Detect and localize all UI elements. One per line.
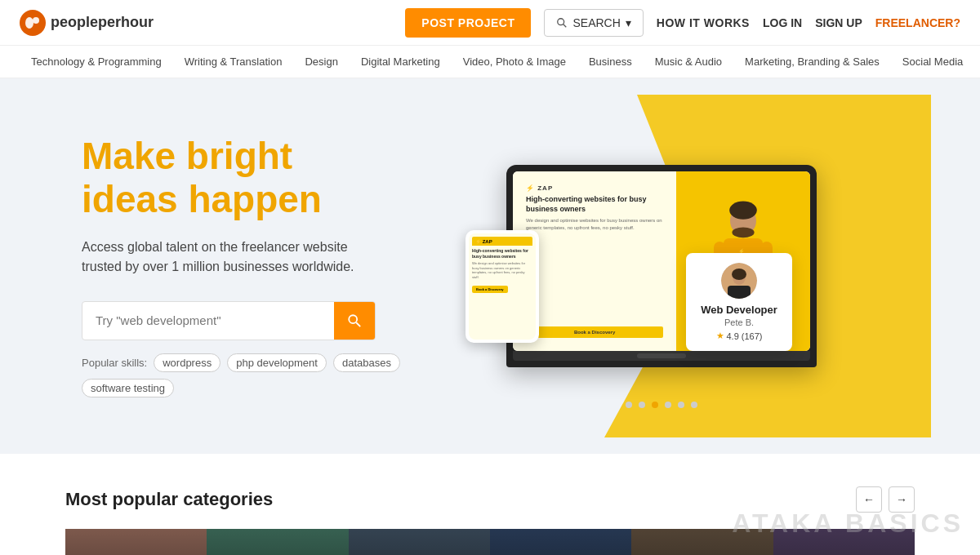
hero-search-input[interactable] [82,302,334,339]
hero-search-submit[interactable] [334,302,375,340]
nav-item[interactable]: Technology & Programming [20,46,173,78]
svg-point-3 [558,18,564,24]
categories-section: Most popular categories ← → Engage your … [0,454,980,555]
signup-link[interactable]: SIGN UP [815,16,862,29]
laptop-headline: High-converting websites for busy busine… [526,195,663,214]
logo-icon [20,10,46,36]
login-link[interactable]: LOG IN [763,16,802,29]
svg-rect-20 [728,286,751,299]
laptop-illustration: ⚡ ZAP High-converting websites for busy … [506,165,817,367]
nav-item[interactable]: Business [577,46,644,78]
hero-left: Make bright ideas happen Access global t… [82,135,425,397]
carousel-dot[interactable] [639,402,645,408]
popular-label: Popular skills: [82,357,147,369]
skill-tag[interactable]: software testing [82,379,174,397]
skill-tag[interactable]: databases [333,353,400,372]
laptop-cta: Book a Discovery [526,326,663,338]
nav-bar: Technology & ProgrammingWriting & Transl… [0,46,980,78]
search-label: SEARCH [572,16,620,29]
svg-point-5 [349,315,357,323]
svg-point-19 [732,269,746,280]
search-chevron: ▾ [626,16,631,29]
nav-item[interactable]: Video, Photo & Image [452,46,577,78]
carousel-dot[interactable] [691,402,697,408]
next-arrow[interactable]: → [889,486,915,513]
skill-tag[interactable]: wordpress [154,353,220,372]
category-card[interactable]: Boost your traffic SEO [207,529,348,555]
search-button[interactable]: SEARCH ▾ [544,9,643,37]
freelancer-link[interactable]: FREELANCER? [875,16,960,29]
search-icon [556,17,568,29]
skill-tag[interactable]: php development [227,353,327,372]
carousel-dot[interactable] [665,402,671,408]
nav-item[interactable]: Social Media [891,46,974,78]
phone-headline: High-converting websites for busy busine… [472,248,532,259]
star-icon: ★ [716,331,724,341]
search-submit-icon [347,313,362,328]
categories-title: Most popular categories [65,489,273,510]
laptop-subtext: We design and optimise websites for busy… [526,217,663,231]
category-card[interactable]: Tell your story Voice-over [631,529,773,555]
hero-subtitle: Access global talent on the freelancer w… [82,238,359,277]
nav-item[interactable]: Writing & Translation [173,46,294,78]
profile-role: Web Developer [696,304,782,316]
category-card[interactable]: Build your site Website Development [349,529,490,555]
nav-item[interactable]: Digital Marketing [350,46,452,78]
category-cards: Engage your community Content Writing Bo… [65,529,915,555]
hero-search-bar [82,301,376,340]
phone-overlay: ⚡ ZAP High-converting websites for busy … [466,230,539,343]
svg-point-1 [25,17,33,29]
carousel-dot[interactable] [678,402,684,408]
nav-arrows: ← → [856,486,915,513]
hero-section: Make bright ideas happen Access global t… [0,78,980,454]
rating-value: 4.9 [727,331,739,341]
popular-skills: Popular skills: wordpressphp development… [82,353,425,397]
prev-arrow[interactable]: ← [856,486,882,513]
svg-point-9 [729,201,757,219]
header-right: POST PROJECT SEARCH ▾ HOW IT WORKS LOG I… [405,8,960,38]
category-card[interactable]: Engage your community Content Writing [65,529,207,555]
review-count: (167) [742,331,763,341]
category-card[interactable]: Picture your idea Illustration & Drawing [773,529,915,555]
header: peopleperhour POST PROJECT SEARCH ▾ HOW … [0,0,980,46]
laptop-brand: ⚡ ZAP [526,184,663,192]
categories-header: Most popular categories ← → [65,486,915,513]
svg-line-4 [564,24,567,27]
nav-item[interactable]: Music & Audio [644,46,733,78]
svg-line-6 [356,322,360,326]
logo[interactable]: peopleperhour [20,10,154,36]
hero-dots [626,402,697,408]
nav-item[interactable]: Design [293,46,349,78]
phone-subtext: We design and optimise websites for busy… [472,261,532,279]
profile-card: Web Developer Pete B. ★ 4.9 (167) [686,253,792,351]
phone-cta: Book a Discovery [472,286,508,293]
how-it-works-link[interactable]: HOW IT WORKS [657,16,750,29]
nav-item[interactable]: Marketing, Branding & Sales [733,46,891,78]
avatar-illustration [721,263,757,299]
hero-right: ⚡ ZAP High-converting websites for busy … [425,111,898,421]
profile-rating: ★ 4.9 (167) [696,331,782,341]
svg-point-2 [33,17,39,24]
logo-text: peopleperhour [51,14,154,31]
avatar [721,263,757,299]
post-project-button[interactable]: POST PROJECT [405,8,531,38]
profile-name: Pete B. [696,317,782,327]
carousel-dot[interactable] [626,402,632,408]
category-card[interactable]: Elevate your brand Logo Design [490,529,631,555]
carousel-dot[interactable] [652,402,658,408]
hero-title: Make bright ideas happen [82,135,425,221]
svg-point-10 [732,227,754,238]
